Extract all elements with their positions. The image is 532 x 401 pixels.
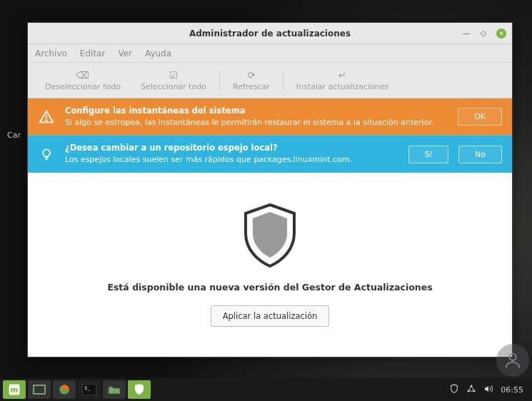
- menubar: Archivo Editar Ver Ayuda: [28, 44, 512, 63]
- svg-point-3: [509, 354, 516, 360]
- refresh-icon: ⟳: [247, 70, 255, 81]
- install-label: Instalar actualizaciones: [296, 82, 389, 91]
- tray-shield-icon[interactable]: [449, 384, 459, 396]
- svg-text:$_: $_: [84, 385, 90, 391]
- apply-update-button[interactable]: Aplicar la actualización: [211, 305, 330, 327]
- snapshot-banner-desc: Si algo se estropea, las instantáneas le…: [65, 118, 448, 128]
- firefox-launcher[interactable]: [53, 380, 76, 399]
- files-launcher[interactable]: [103, 380, 126, 399]
- deselect-all-button[interactable]: ⌫ Deseleccionar todo: [35, 70, 131, 91]
- update-available-message: Está disponible una nueva versión del Ge…: [107, 282, 432, 293]
- deselect-label: Deseleccionar todo: [45, 82, 121, 91]
- mirror-banner-title: ¿Desea cambiar a un repositorio espejo l…: [65, 143, 398, 154]
- svg-rect-6: [34, 385, 45, 394]
- svg-point-2: [43, 149, 50, 156]
- mint-logo-icon: m: [8, 383, 21, 396]
- firefox-icon: [58, 383, 71, 396]
- snapshot-banner-title: Configure las instantáneas del sistema: [65, 106, 448, 117]
- select-all-icon: ☑: [169, 70, 178, 81]
- download-icon: ↵: [338, 70, 346, 81]
- maximize-button[interactable]: ◇: [479, 29, 488, 38]
- select-label: Seleccionar todo: [141, 82, 206, 91]
- select-all-button[interactable]: ☑ Seleccionar todo: [131, 70, 216, 91]
- svg-point-1: [46, 120, 46, 121]
- shield-check-icon: [134, 384, 144, 395]
- svg-text:m: m: [11, 385, 19, 394]
- mirror-banner-desc: Los espejos locales suelen ser más rápid…: [65, 155, 398, 166]
- toolbar: ⌫ Deseleccionar todo ☑ Seleccionar todo …: [28, 63, 512, 98]
- menu-edit[interactable]: Editar: [80, 49, 106, 59]
- user-switcher-icon[interactable]: [496, 344, 529, 377]
- network-icon[interactable]: [466, 384, 476, 396]
- start-menu-button[interactable]: m: [3, 380, 26, 399]
- lightbulb-icon: [38, 147, 55, 161]
- system-tray: 06:55: [449, 384, 529, 396]
- menu-file[interactable]: Archivo: [35, 49, 67, 59]
- volume-icon[interactable]: [483, 384, 493, 396]
- toolbar-separator: [219, 71, 220, 91]
- desktop-icon: [33, 385, 46, 395]
- update-manager-launcher[interactable]: [128, 380, 151, 399]
- mirror-banner: ¿Desea cambiar a un repositorio espejo l…: [28, 135, 512, 172]
- desktop-label-fragment: Car: [7, 131, 21, 140]
- update-manager-window: Administrador de actualizaciones — ◇ ✕ A…: [27, 22, 513, 357]
- close-button[interactable]: ✕: [496, 29, 506, 39]
- menu-view[interactable]: Ver: [118, 49, 132, 59]
- folder-icon: [108, 385, 121, 395]
- snapshot-banner: Configure las instantáneas del sistema S…: [28, 98, 512, 135]
- toolbar-separator: [283, 71, 283, 91]
- warning-icon: [38, 109, 55, 125]
- mirror-no-button[interactable]: No: [458, 146, 502, 163]
- show-desktop-button[interactable]: [28, 380, 51, 399]
- shield-icon: [240, 202, 300, 269]
- content-area: Está disponible una nueva versión del Ge…: [28, 173, 512, 357]
- terminal-launcher[interactable]: $_: [78, 380, 101, 399]
- snapshot-ok-button[interactable]: OK: [458, 108, 502, 126]
- refresh-button[interactable]: ⟳ Refrescar: [223, 70, 280, 91]
- refresh-label: Refrescar: [233, 82, 270, 91]
- terminal-icon: $_: [82, 384, 96, 395]
- window-title: Administrador de actualizaciones: [189, 29, 351, 39]
- taskbar: m $_ 06:55: [0, 378, 532, 401]
- minimize-button[interactable]: —: [462, 29, 471, 38]
- install-updates-button[interactable]: ↵ Instalar actualizaciones: [286, 70, 399, 91]
- titlebar[interactable]: Administrador de actualizaciones — ◇ ✕: [28, 23, 512, 44]
- clock[interactable]: 06:55: [501, 385, 523, 395]
- menu-help[interactable]: Ayuda: [145, 49, 171, 59]
- mirror-yes-button[interactable]: Sí: [408, 146, 448, 163]
- clear-icon: ⌫: [76, 70, 89, 81]
